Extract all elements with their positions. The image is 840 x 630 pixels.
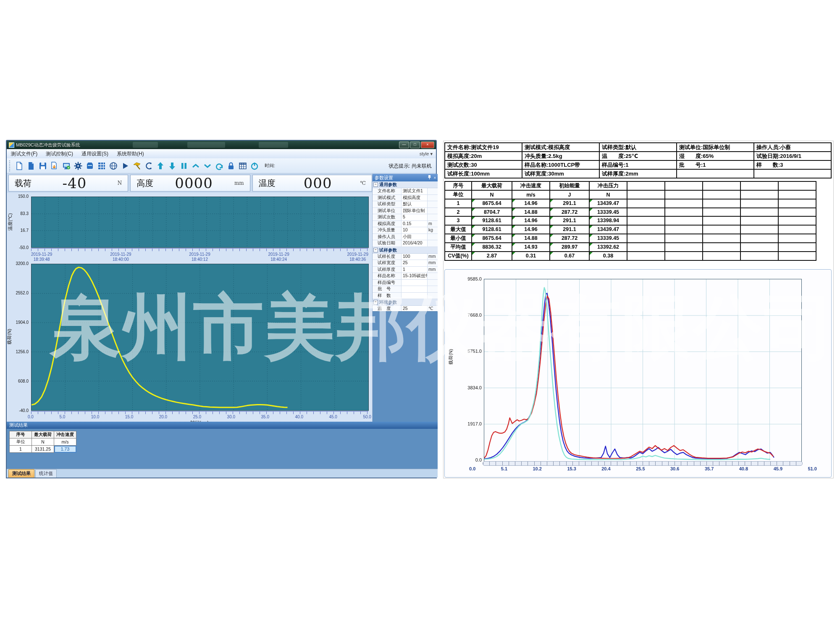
info-cell: 测试次数:30 [445, 160, 522, 169]
settings-gear-icon[interactable] [73, 160, 84, 171]
parameter-value[interactable] [402, 280, 428, 286]
move-up-icon[interactable] [155, 160, 166, 171]
info-cell: 试样宽度:30mm [522, 169, 599, 178]
height-readout: 高度 0000 mm [130, 175, 250, 192]
collapse-icon[interactable]: − [373, 182, 378, 187]
calibrate-tool-icon[interactable] [131, 160, 142, 171]
start-test-icon[interactable] [120, 160, 131, 171]
move-down-icon[interactable] [167, 160, 178, 171]
menu-item[interactable]: 测试文件(F) [7, 151, 42, 157]
parameter-value[interactable]: 1 [402, 267, 428, 273]
sidebar-close-icon[interactable]: × [432, 175, 438, 181]
parameter-value[interactable]: 2016/4/20 [402, 240, 428, 247]
data-cell [703, 208, 740, 217]
data-cell: 13392.62 [589, 243, 627, 252]
power-icon[interactable] [249, 160, 260, 171]
parameter-value[interactable]: 测试文件1 [402, 188, 428, 194]
parameter-value[interactable]: 小田 [402, 234, 428, 240]
parameter-value[interactable]: 模拟高度 [402, 195, 428, 201]
data-cell [740, 243, 778, 252]
parameter-value[interactable]: 5 [402, 214, 428, 220]
info-cell: 模拟高度:20m [445, 152, 522, 160]
parameter-value[interactable]: 默认 [402, 201, 428, 207]
data-cell: 14.93 [512, 243, 550, 252]
parameter-value[interactable] [402, 293, 428, 299]
jog-up-icon[interactable] [190, 160, 201, 171]
menu-item[interactable]: 通用设置(S) [77, 151, 113, 157]
new-file-icon[interactable] [14, 160, 25, 171]
reset-undo-icon[interactable] [214, 160, 225, 171]
cell-flag-triangle [472, 243, 475, 246]
info-row: 试样长度:100mm试样宽度:30mm试样厚度:2mm [445, 169, 831, 178]
window-title: MB029C动态冲击疲劳试验系统 [16, 142, 80, 148]
toolbar-grip[interactable] [9, 160, 12, 171]
parameter-value[interactable]: 0.15 [402, 221, 428, 227]
open-file-icon[interactable] [26, 160, 37, 171]
parameter-value[interactable]: 25 [402, 260, 428, 266]
data-cell [627, 208, 665, 217]
maximize-button[interactable]: □ [410, 142, 420, 148]
parameter-unit [428, 293, 438, 299]
minimize-button[interactable]: — [399, 142, 409, 148]
parameter-label: 样品名称 [373, 273, 402, 279]
data-cell [703, 243, 740, 252]
cell-flag-triangle [550, 252, 553, 255]
menu-item[interactable]: 测试控制(C) [42, 151, 77, 157]
report-data-table: 序号最大载荷冲击速度初始能量冲击压力单位Nm/sJN18675.6414.962… [444, 181, 816, 261]
height-value: 0000 [153, 175, 234, 192]
report-info-grid: 文件名称:测试文件19测试模式:模拟高度试样类型:默认测试单位:国际单位制操作人… [444, 142, 832, 178]
parameter-unit [428, 208, 438, 214]
cell-flag-triangle [550, 208, 553, 211]
export-file-icon[interactable] [49, 160, 60, 171]
data-cell: 287.72 [550, 234, 589, 243]
report-table-icon[interactable] [237, 160, 248, 171]
parameter-value[interactable]: 15-105碳丝带 [402, 273, 428, 279]
table-cell: m/s [54, 438, 76, 446]
sidebar-group-header[interactable]: −环境参数 [373, 299, 438, 306]
parameter-value[interactable]: 国际单位制 [402, 208, 428, 214]
network-globe-icon[interactable] [108, 160, 119, 171]
sidebar-group-header[interactable]: −通用参数 [373, 181, 438, 188]
save-file-icon[interactable] [37, 160, 48, 171]
results-panel-title: 测试结果 [7, 422, 438, 429]
data-cell [665, 252, 703, 260]
table-cell: 1.73 [54, 446, 76, 453]
sidebar-group-header[interactable]: −试样参数 [373, 247, 438, 254]
connect-device-icon[interactable] [61, 160, 72, 171]
y-tick-label: 16.7 [12, 228, 29, 233]
cell-flag-triangle [590, 234, 593, 237]
jog-down-icon[interactable] [202, 160, 213, 171]
parameter-value[interactable]: 100 [402, 254, 428, 260]
pin-icon[interactable] [427, 175, 432, 181]
database-icon[interactable] [84, 160, 95, 171]
tab-results[interactable]: 测试结果 [8, 469, 34, 478]
data-grid-icon[interactable] [96, 160, 107, 171]
collapse-icon[interactable]: − [373, 300, 378, 304]
lock-icon[interactable] [226, 160, 236, 171]
app-icon [9, 142, 14, 148]
parameter-unit: mm [428, 267, 438, 273]
title-bar[interactable]: MB029C动态冲击疲劳试验系统 — □ × [7, 141, 436, 149]
info-cell: 批 号:1 [677, 160, 754, 169]
y-tick-label: 1917.0 [457, 421, 482, 426]
clamp-icon[interactable] [143, 160, 154, 171]
tab-statistics[interactable]: 统计值 [35, 469, 57, 478]
parameter-label: 测试单位 [373, 208, 402, 214]
info-row: 测试次数:30样品名称:1000TLCP带样品编号:1批 号:1样 数:3 [445, 160, 831, 169]
data-cell: 291.1 [550, 216, 589, 225]
data-cell: J [550, 190, 589, 199]
data-cell [665, 208, 703, 217]
parameter-value[interactable]: 10 [402, 227, 428, 234]
collapse-icon[interactable]: − [373, 248, 378, 252]
data-cell [740, 199, 778, 208]
style-selector[interactable]: style ▾ [420, 149, 433, 158]
column-header: 最大载荷 [32, 431, 54, 438]
load-chart-plot [31, 264, 369, 411]
pause-icon[interactable] [178, 160, 189, 171]
parameter-value[interactable] [402, 286, 428, 292]
menu-item[interactable]: 系统帮助(H) [113, 151, 148, 157]
data-cell [703, 190, 740, 199]
close-button[interactable]: × [421, 142, 434, 148]
report-chart-axis-strip[interactable] [483, 461, 803, 466]
info-cell [754, 169, 831, 178]
